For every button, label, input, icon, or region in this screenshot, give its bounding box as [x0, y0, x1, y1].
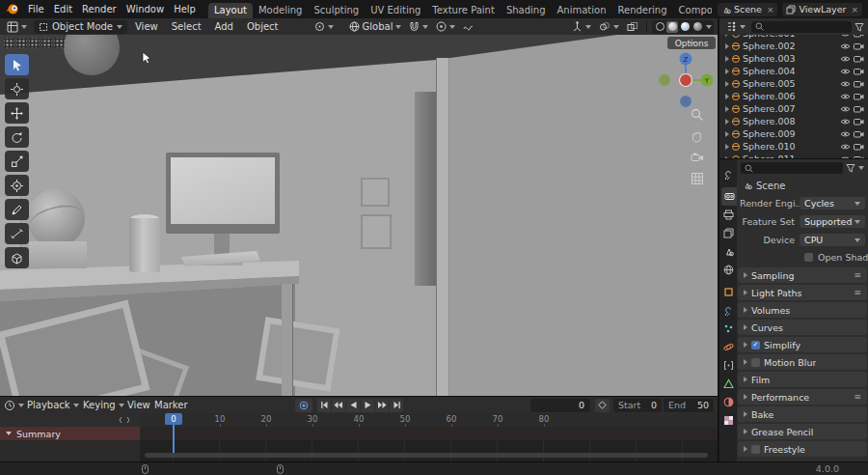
disable-in-render-toggle[interactable] — [854, 80, 864, 88]
play-reverse-button[interactable] — [346, 399, 360, 412]
hide-in-viewport-toggle[interactable] — [840, 130, 851, 138]
measure-tool[interactable] — [5, 223, 29, 244]
pivot-point-dropdown[interactable] — [312, 20, 337, 34]
marker-menu[interactable]: Marker — [154, 397, 188, 413]
add-cube-tool[interactable] — [5, 247, 29, 268]
tab-world[interactable] — [719, 261, 737, 279]
tab-object-data[interactable] — [719, 375, 737, 393]
panel-header[interactable]: Simplify ≡ — [738, 337, 867, 352]
tab-physics[interactable] — [719, 338, 737, 356]
outliner-row[interactable]: Sphere.004 — [719, 65, 868, 77]
outliner-search-input[interactable] — [751, 21, 852, 33]
frame-start-field[interactable]: Start0 — [613, 399, 662, 412]
tab-texture[interactable] — [719, 411, 737, 430]
scene-door-jamb[interactable] — [436, 58, 449, 396]
panel-header[interactable]: Volumes ≡ — [738, 302, 867, 318]
workspace-tab[interactable]: Shading — [501, 3, 552, 18]
hide-in-viewport-toggle[interactable] — [840, 143, 851, 151]
tab-constraints[interactable] — [719, 356, 737, 375]
object-name[interactable]: Sphere.009 — [743, 128, 837, 139]
viewport-menu[interactable]: View — [129, 18, 164, 35]
disable-in-render-toggle[interactable] — [854, 35, 864, 38]
outliner-row[interactable]: Sphere.009 — [719, 127, 868, 140]
viewport-menu[interactable]: Select — [166, 18, 207, 35]
insert-keyframe-button[interactable] — [595, 399, 610, 412]
hide-in-viewport-toggle[interactable] — [840, 35, 851, 38]
scene-wall-frame-large[interactable] — [361, 214, 392, 249]
shading-material-button[interactable] — [679, 21, 691, 33]
scene-decor-ball[interactable] — [27, 189, 85, 247]
keying-menu[interactable]: Keying — [83, 397, 124, 413]
object-name[interactable]: Sphere.007 — [743, 103, 837, 114]
scene-pedestal[interactable] — [29, 241, 87, 268]
panel-presets-icon[interactable]: ≡ — [854, 289, 861, 297]
unlink-scene-button[interactable]: × — [765, 5, 774, 14]
object-name[interactable]: Sphere.001 — [743, 35, 837, 39]
panel-presets-icon[interactable]: ≡ — [854, 393, 861, 402]
unlink-viewlayer-button[interactable]: × — [849, 5, 858, 14]
panel-header[interactable]: Motion Blur ≡ — [738, 354, 867, 370]
hide-in-viewport-toggle[interactable] — [840, 42, 851, 50]
workspace-tab[interactable]: Compositing — [673, 3, 712, 18]
field-dropdown[interactable]: Cycles — [800, 197, 865, 210]
camera-view-button[interactable] — [689, 149, 705, 165]
panel-checkbox[interactable] — [751, 445, 760, 454]
timeline-ruler[interactable]: 0 10 20 30 40 50 60 70 80 — [140, 413, 718, 427]
tab-viewlayer[interactable] — [719, 224, 737, 242]
tab-scene[interactable] — [719, 242, 737, 261]
playback-menu[interactable]: Playback — [27, 397, 79, 413]
disclosure-triangle-icon[interactable] — [725, 94, 729, 99]
panel-header[interactable]: Freestyle ≡ — [738, 441, 867, 457]
tab-output[interactable] — [719, 206, 737, 224]
viewlayer-selector[interactable]: ViewLayer × — [782, 3, 862, 16]
workspace-tab[interactable]: Animation — [552, 3, 612, 18]
osl-checkbox[interactable] — [804, 253, 813, 262]
collection-toggle-5[interactable] — [54, 38, 65, 48]
xray-toggle[interactable] — [624, 20, 641, 34]
transform-tool[interactable] — [5, 175, 29, 196]
falloff-icon-button[interactable] — [460, 20, 476, 34]
shading-solid-button[interactable] — [666, 21, 678, 33]
tab-object[interactable] — [719, 283, 737, 301]
workspace-tab[interactable]: Sculpting — [308, 3, 365, 18]
outliner-row[interactable]: Sphere.006 — [719, 90, 868, 102]
panel-header[interactable]: Film ≡ — [738, 372, 867, 387]
tab-particles[interactable] — [719, 320, 737, 338]
viewport-menu[interactable]: Object — [241, 18, 285, 35]
collection-toggle-1[interactable] — [4, 38, 14, 48]
collection-toggle-4[interactable] — [41, 38, 52, 48]
editor-type-dropdown[interactable] — [4, 20, 30, 34]
outliner-row[interactable]: Sphere.008 — [719, 115, 868, 127]
panel-checkbox[interactable] — [751, 358, 760, 367]
workspace-tab[interactable]: Layout — [208, 3, 253, 18]
panel-header[interactable]: Light Paths ≡ — [738, 285, 867, 300]
workspace-tab[interactable]: Texture Paint — [426, 3, 501, 18]
auto-keying-toggle[interactable] — [295, 399, 312, 412]
timeline-scrollbar[interactable] — [145, 453, 708, 458]
outliner-display-mode-dropdown[interactable] — [723, 20, 748, 34]
resize-arrows-icon[interactable] — [119, 416, 130, 424]
disclosure-triangle-icon[interactable] — [725, 106, 729, 112]
topbar-menu[interactable]: Help — [169, 0, 201, 18]
show-overlays-dropdown[interactable] — [596, 20, 622, 34]
next-keyframe-button[interactable] — [375, 399, 389, 412]
field-dropdown[interactable]: CPU — [800, 234, 865, 246]
disclosure-triangle-icon[interactable] — [725, 131, 729, 137]
toggle-perspective-button[interactable] — [689, 170, 705, 186]
viewport-3d[interactable]: Options Z Y — [0, 35, 719, 396]
panel-header[interactable]: Curves ≡ — [738, 320, 867, 335]
topbar-menu[interactable]: Window — [122, 0, 169, 18]
proportional-editing-dropdown[interactable] — [433, 20, 458, 34]
disable-in-render-toggle[interactable] — [854, 55, 864, 63]
pan-button[interactable] — [689, 127, 705, 144]
tab-material[interactable] — [719, 393, 737, 411]
hide-in-viewport-toggle[interactable] — [840, 68, 851, 75]
scene-monitor[interactable] — [166, 153, 280, 234]
playhead-handle[interactable]: 0 — [165, 413, 182, 425]
outliner-row[interactable]: Sphere.010 — [719, 140, 868, 153]
disable-in-render-toggle[interactable] — [854, 42, 864, 50]
scene-leaning-frame[interactable] — [256, 317, 339, 391]
collection-toggle-3[interactable] — [29, 38, 40, 48]
move-tool[interactable] — [5, 102, 29, 124]
jump-to-end-button[interactable] — [390, 399, 403, 412]
